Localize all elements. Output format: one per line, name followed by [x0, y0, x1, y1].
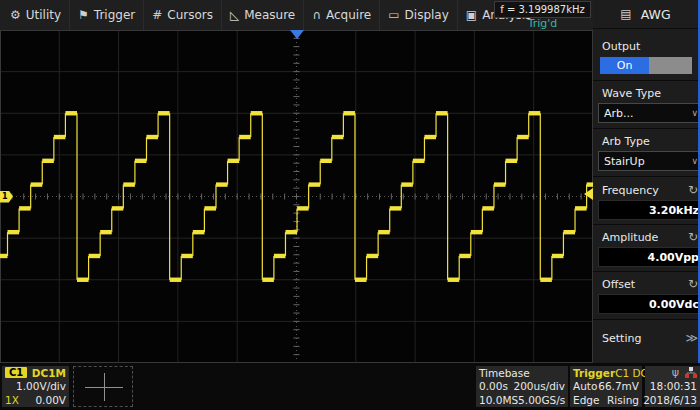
channel-coupling: DC1M — [32, 367, 66, 379]
menu-label: Trigger — [94, 8, 135, 22]
channel-scale: 1.00V/div — [16, 380, 66, 392]
clock-time: 18:00:31 — [650, 380, 697, 392]
menu-item-utility[interactable]: ⚙ Utility — [0, 0, 70, 30]
lan-icon — [685, 367, 697, 378]
menu-label: Display — [405, 8, 449, 22]
output-toggle[interactable]: On — [600, 57, 692, 74]
output-toggle-off — [649, 57, 692, 74]
frequency-label: Frequency — [602, 184, 659, 197]
trigger-slope: Rising — [607, 394, 639, 406]
trigger-type: Edge — [573, 394, 599, 406]
list-icon: ▤ — [620, 7, 631, 21]
divider — [593, 319, 698, 320]
menu-label: Acquire — [326, 8, 371, 22]
reset-icon[interactable]: ↻ — [688, 183, 698, 197]
timebase-scale: 200us/div — [513, 380, 565, 392]
add-trace-box[interactable] — [73, 366, 133, 407]
chevron-down-icon: ∨ — [691, 156, 698, 166]
wave-type-select[interactable]: Arb... ∨ — [598, 103, 700, 123]
menu-label: Utility — [26, 8, 61, 22]
sample-rate: 5.00GS/s — [518, 394, 565, 406]
frequency-counter-readout: f = 3.199987kHz Trig'd — [494, 1, 591, 29]
menu-label: Cursors — [167, 8, 213, 22]
setting-label: Setting — [602, 332, 641, 345]
wave-type-label: Wave Type — [602, 87, 661, 100]
reset-icon[interactable]: ↻ — [688, 230, 698, 244]
trigger-level-marker[interactable] — [584, 188, 593, 200]
menu-item-cursors[interactable]: # Cursors — [144, 0, 222, 30]
acquire-icon: ∩ — [312, 8, 321, 22]
output-label: Output — [602, 40, 640, 53]
frequency-value-box[interactable]: 3.20kHz — [598, 200, 700, 220]
trigger-mode: Auto — [573, 380, 597, 392]
wave-type-value: Arb... — [604, 107, 634, 120]
bottom-status-bar: C1 DC1M 1.00V/div 1X 0.00V Timebase 0.00… — [0, 363, 700, 410]
amplitude-value-box[interactable]: 4.00Vpp — [598, 247, 700, 267]
waveform-display-area[interactable]: 1 — [0, 30, 593, 363]
divider — [593, 80, 698, 81]
system-status-box: ψ 18:00:31 2018/6/13 — [645, 366, 700, 407]
reset-icon[interactable]: ↻ — [688, 277, 698, 291]
more-arrow-icon: ≫ — [685, 331, 698, 345]
timebase-delay: 0.00s — [479, 380, 508, 392]
analysis-icon: ▣ — [466, 8, 477, 22]
probe-attenuation: 1X — [5, 394, 19, 406]
measure-icon: ◺ — [230, 8, 239, 22]
trigger-title: Trigger — [573, 367, 615, 379]
channel1-info-box[interactable]: C1 DC1M 1.00V/div 1X 0.00V — [2, 366, 69, 407]
gear-icon: ⚙ — [10, 8, 21, 22]
awg-panel-header: ▤ AWG — [593, 0, 698, 29]
frequency-counter-value: f = 3.199987kHz — [494, 1, 591, 18]
arb-type-label: Arb Type — [602, 135, 650, 148]
divider — [593, 224, 698, 225]
oscilloscope-screen: ⚙ Utility ⚑ Trigger # Cursors ◺ Measure … — [0, 0, 700, 410]
panel-title: AWG — [641, 7, 671, 22]
menu-label: Measure — [244, 8, 295, 22]
arb-type-value: StairUp — [604, 155, 645, 168]
amplitude-row: Amplitude ↻ — [593, 230, 698, 244]
menu-item-trigger[interactable]: ⚑ Trigger — [70, 0, 144, 30]
divider — [593, 176, 698, 177]
setting-row[interactable]: Setting ≫ — [593, 331, 698, 345]
divider — [593, 271, 698, 272]
waveform-svg — [0, 30, 593, 363]
channel-badge: C1 — [5, 367, 27, 378]
memory-depth: 10.0MS — [479, 394, 518, 406]
display-icon: ▭ — [388, 8, 399, 22]
cursors-icon: # — [152, 8, 162, 22]
trigger-status: Trig'd — [494, 18, 591, 30]
timebase-info-box[interactable]: Timebase 0.00s 200us/div 10.0MS 5.00GS/s — [476, 366, 568, 407]
trigger-position-marker[interactable] — [290, 30, 304, 39]
output-toggle-on: On — [600, 57, 649, 74]
menu-item-measure[interactable]: ◺ Measure — [222, 0, 304, 30]
timebase-title: Timebase — [479, 367, 530, 379]
offset-row: Offset ↻ — [593, 277, 698, 291]
awg-panel: ▤ AWG Output On Wave Type Arb... ∨ Arb T… — [593, 0, 700, 363]
trigger-level: 66.7mV — [598, 380, 639, 392]
trigger-source: C1 DC — [615, 367, 648, 379]
channel-offset: 0.00V — [35, 394, 66, 406]
crosshair-icon — [104, 373, 105, 401]
offset-label: Offset — [602, 278, 635, 291]
menu-item-display[interactable]: ▭ Display — [380, 0, 458, 30]
usb-icon: ψ — [672, 366, 679, 379]
menu-item-acquire[interactable]: ∩ Acquire — [304, 0, 380, 30]
amplitude-label: Amplitude — [602, 231, 658, 244]
offset-value-box[interactable]: 0.00Vdc — [598, 294, 700, 314]
flag-icon: ⚑ — [78, 8, 89, 22]
frequency-row: Frequency ↻ — [593, 183, 698, 197]
arb-type-select[interactable]: StairUp ∨ — [598, 151, 700, 171]
top-menu-bar: ⚙ Utility ⚑ Trigger # Cursors ◺ Measure … — [0, 0, 593, 30]
trigger-info-box[interactable]: Trigger C1 DC Auto 66.7mV Edge Rising — [570, 366, 642, 407]
clock-date: 2018/6/13 — [643, 394, 697, 406]
divider — [593, 128, 698, 129]
chevron-down-icon: ∨ — [691, 108, 698, 118]
